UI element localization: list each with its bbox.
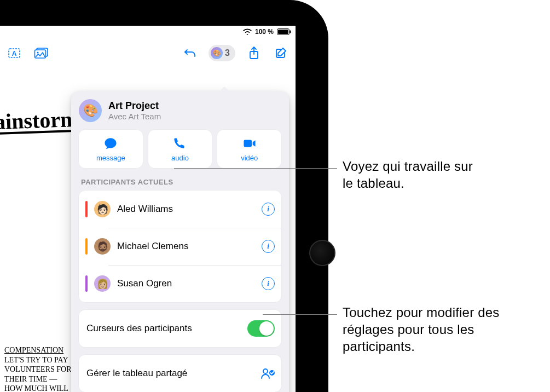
wifi-icon	[243, 28, 252, 35]
popover-arrow	[218, 87, 231, 94]
battery-icon	[277, 28, 291, 35]
svg-rect-12	[244, 140, 252, 147]
svg-rect-6	[35, 50, 46, 58]
text-tool-button[interactable]: A	[5, 44, 23, 62]
message-button[interactable]: message	[79, 130, 143, 168]
presence-color	[85, 275, 88, 292]
popover-subtitle: Avec Art Team	[108, 112, 161, 121]
cursors-card: Curseurs des participants	[79, 310, 281, 347]
action-label: audio	[171, 154, 189, 162]
ipad-screen: 100 % A 🎨 3	[0, 26, 296, 392]
manage-label: Gérer le tableau partagé	[85, 368, 254, 379]
cursors-row[interactable]: Curseurs des participants	[79, 310, 281, 347]
compose-button[interactable]	[273, 44, 290, 62]
participant-name: Susan Ogren	[117, 278, 255, 289]
presence-color	[85, 238, 88, 255]
popover-title: Art Project	[108, 100, 161, 112]
undo-button[interactable]	[181, 44, 199, 62]
share-button[interactable]	[245, 44, 263, 62]
palette-icon: 🎨	[211, 47, 223, 59]
audio-button[interactable]: audio	[148, 130, 212, 168]
participant-name: Michael Clemens	[117, 241, 255, 252]
callout-leader	[174, 168, 337, 169]
home-button[interactable]	[309, 240, 335, 266]
status-bar: 100 %	[243, 26, 291, 38]
presence-color	[85, 201, 88, 217]
callout-leader	[263, 314, 337, 315]
participant-name: Aled Williams	[117, 204, 255, 215]
participant-row[interactable]: 🧑🏻 Aled Williams i	[79, 191, 281, 228]
svg-rect-2	[290, 31, 291, 33]
video-button[interactable]: vidéo	[217, 130, 281, 168]
collaboration-icon	[260, 367, 275, 379]
participant-row[interactable]: 🧔🏽 Michael Clemens i	[79, 228, 281, 265]
svg-point-13	[263, 369, 268, 373]
participants-list: 🧑🏻 Aled Williams i 🧔🏽 Michael Clemens i …	[79, 191, 281, 302]
info-button[interactable]: i	[262, 277, 275, 290]
svg-point-7	[37, 51, 38, 53]
avatar: 👩🏼	[94, 275, 111, 292]
manage-card: Gérer le tableau partagé	[79, 355, 281, 392]
participants-header: Participants actuels	[81, 178, 279, 186]
action-label: vidéo	[241, 154, 258, 162]
project-avatar: 🎨	[79, 99, 102, 122]
app-toolbar: A 🎨 3	[0, 42, 296, 64]
cursors-toggle[interactable]	[247, 320, 275, 337]
cursors-label: Curseurs des participants	[85, 323, 241, 334]
info-button[interactable]: i	[262, 240, 275, 253]
avatar: 🧑🏻	[94, 201, 111, 217]
info-button[interactable]: i	[262, 203, 275, 216]
collaboration-chip[interactable]: 🎨 3	[209, 45, 235, 61]
callout-manage: Touchez pour modifier des réglages pour …	[343, 304, 534, 355]
manage-shared-board-row[interactable]: Gérer le tableau partagé	[79, 355, 281, 392]
battery-percent: 100 %	[255, 28, 274, 36]
participant-row[interactable]: 👩🏼 Susan Ogren i	[79, 265, 281, 302]
collab-count: 3	[225, 48, 230, 58]
background-notes: Compensation Let's try to pay volunteers…	[4, 345, 72, 392]
callout-participants: Voyez qui travaille sur le tableau.	[343, 158, 485, 192]
svg-rect-1	[278, 30, 288, 34]
media-tool-button[interactable]	[33, 44, 50, 62]
svg-text:A: A	[12, 50, 17, 57]
action-label: message	[96, 154, 125, 162]
collaboration-popover: 🎨 Art Project Avec Art Team message audi…	[71, 91, 289, 392]
avatar: 🧔🏽	[94, 238, 111, 255]
